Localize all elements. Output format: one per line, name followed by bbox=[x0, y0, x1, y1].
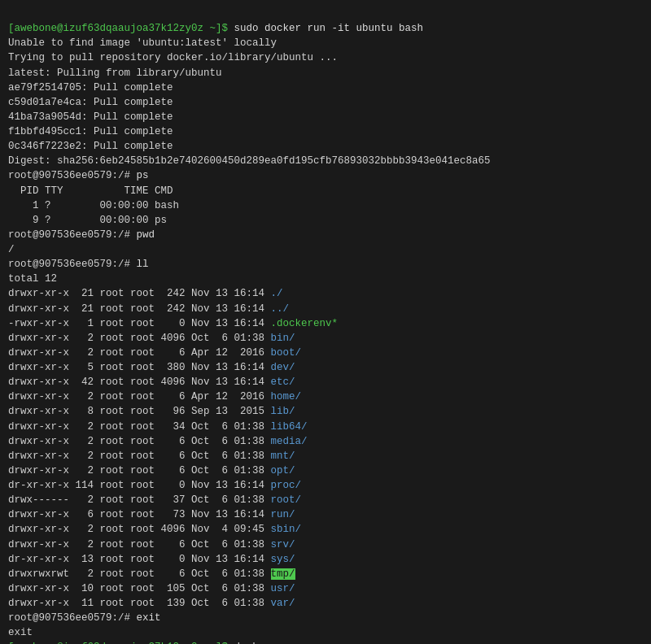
output-line-2: Trying to pull repository docker.io/libr… bbox=[8, 52, 338, 63]
output-line-3: latest: Pulling from library/ubuntu bbox=[8, 67, 222, 79]
output-line-16: root@907536ee0579:/# bbox=[8, 259, 130, 270]
output-line-5: c59d01a7e4ca: Pull complete bbox=[8, 97, 173, 108]
output-line-9: Digest: sha256:6eb24585b1b2e7402600450d2… bbox=[8, 155, 491, 167]
output-line-39: drwxr-xr-x 11 root root 139 Oct 6 01:38 … bbox=[8, 598, 295, 609]
output-line-29: drwxr-xr-x 2 root root 6 Oct 6 01:38 mnt… bbox=[8, 450, 295, 462]
output-line-24: drwxr-xr-x 42 root root 4096 Nov 13 16:1… bbox=[8, 376, 295, 388]
output-line-21: drwxr-xr-x 2 root root 4096 Oct 6 01:38 … bbox=[8, 333, 295, 344]
output-line-1: Unable to find image 'ubuntu:latest' loc… bbox=[8, 37, 277, 49]
output-line-41: exit bbox=[8, 627, 33, 638]
output-line-37: drwxrwxrwt 2 root root 6 Oct 6 01:38 tmp… bbox=[8, 568, 295, 580]
output-line-19: drwxr-xr-x 21 root root 242 Nov 13 16:14… bbox=[8, 303, 289, 315]
output-line-40: root@907536ee0579:/# bbox=[8, 612, 130, 624]
prompt-1: [awebone@izuf63dqaaujoa37k12zy0z ~]$ bbox=[8, 23, 228, 34]
output-line-30: drwxr-xr-x 2 root root 6 Oct 6 01:38 opt… bbox=[8, 465, 295, 476]
output-line-27: drwxr-xr-x 2 root root 34 Oct 6 01:38 li… bbox=[8, 421, 308, 433]
output-line-8: 0c346f7223e2: Pull complete bbox=[8, 141, 173, 152]
output-line-22: drwxr-xr-x 2 root root 6 Apr 12 2016 boo… bbox=[8, 347, 301, 359]
terminal-output: [awebone@izuf63dqaaujoa37k12zy0z ~]$ sud… bbox=[8, 7, 643, 644]
output-line-14: root@907536ee0579:/# bbox=[8, 229, 130, 241]
output-line-34: drwxr-xr-x 2 root root 4096 Nov 4 09:45 … bbox=[8, 524, 301, 535]
output-line-13: 9 ? 00:00:00 ps bbox=[8, 215, 167, 226]
output-line-15: / bbox=[8, 244, 15, 255]
output-line-33: drwxr-xr-x 6 root root 73 Nov 13 16:14 r… bbox=[8, 509, 295, 520]
output-line-25: drwxr-xr-x 2 root root 6 Apr 12 2016 hom… bbox=[8, 391, 301, 402]
output-line-20: -rwxr-xr-x 1 root root 0 Nov 13 16:14 .d… bbox=[8, 318, 338, 329]
output-line-17: total 12 bbox=[8, 273, 57, 285]
output-line-26: drwxr-xr-x 8 root root 96 Sep 13 2015 li… bbox=[8, 406, 295, 417]
output-line-4: ae79f2514705: Pull complete bbox=[8, 82, 173, 94]
output-line-32: drwx------ 2 root root 37 Oct 6 01:38 ro… bbox=[8, 494, 301, 506]
output-line-6: 41ba73a9054d: Pull complete bbox=[8, 111, 173, 123]
cmd-1: sudo docker run -it ubuntu bash bbox=[228, 23, 423, 34]
output-line-10: root@907536ee0579:/# bbox=[8, 170, 130, 181]
output-line-28: drwxr-xr-x 2 root root 6 Oct 6 01:38 med… bbox=[8, 436, 308, 447]
output-line-12: 1 ? 00:00:00 bash bbox=[8, 200, 179, 211]
output-line-18: drwxr-xr-x 21 root root 242 Nov 13 16:14… bbox=[8, 288, 283, 299]
output-line-7: f1bbfd495cc1: Pull complete bbox=[8, 126, 173, 137]
output-line-31: dr-xr-xr-x 114 root root 0 Nov 13 16:14 … bbox=[8, 480, 301, 491]
output-line-11: PID TTY TIME CMD bbox=[8, 185, 173, 197]
output-line-36: dr-xr-xr-x 13 root root 0 Nov 13 16:14 s… bbox=[8, 554, 295, 565]
output-line-23: drwxr-xr-x 5 root root 380 Nov 13 16:14 … bbox=[8, 362, 295, 373]
output-line-38: drwxr-xr-x 10 root root 105 Oct 6 01:38 … bbox=[8, 583, 295, 594]
output-line-35: drwxr-xr-x 2 root root 6 Oct 6 01:38 srv… bbox=[8, 539, 295, 550]
